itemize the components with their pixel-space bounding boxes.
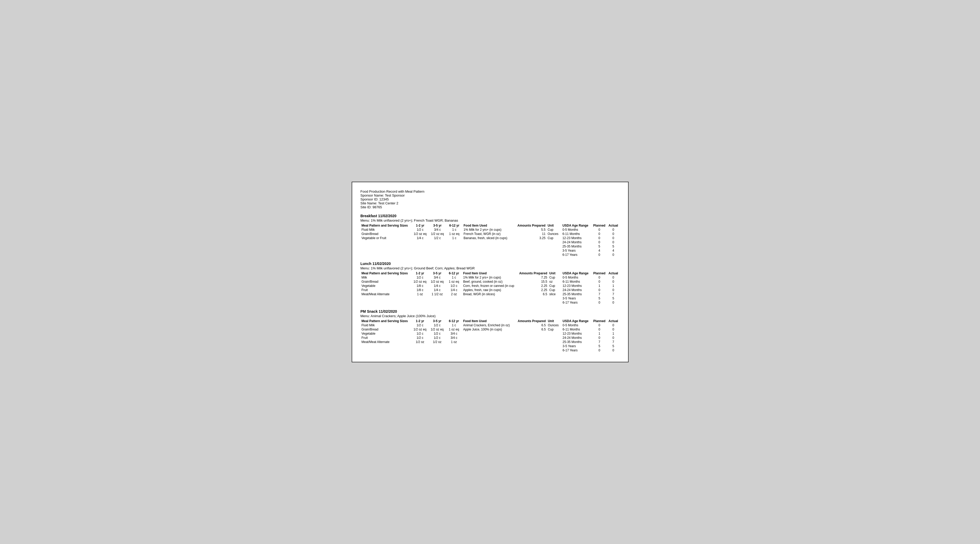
- table-cell: 0: [592, 279, 607, 284]
- table-cell: [446, 244, 463, 249]
- table-cell: 1 c: [446, 275, 462, 279]
- th-yr6to12: 6-12 yr: [446, 271, 462, 275]
- table-row: 3-5 Years44: [361, 249, 620, 253]
- table-cell: [429, 244, 446, 249]
- table-cell: [361, 253, 412, 257]
- table-cell: 12-23 Months: [562, 236, 592, 240]
- table-cell: Bread, WGR (in slices): [462, 292, 518, 296]
- table-cell: 1/4 c: [428, 284, 446, 288]
- table-cell: [547, 340, 562, 344]
- table-cell: 7.25: [518, 275, 548, 279]
- table-cell: 3-5 Years: [562, 344, 592, 348]
- table-cell: [429, 249, 446, 253]
- table-row: Fluid Milk1/2 c3/4 c1 c1% Milk for 2 yrs…: [361, 228, 620, 232]
- table-cell: [517, 348, 547, 352]
- table-row: 25-35 Months55: [361, 244, 620, 249]
- table-cell: 6-11 Months: [562, 232, 592, 236]
- table-cell: [462, 296, 518, 300]
- table-cell: [428, 344, 446, 348]
- table-cell: 1 oz: [412, 292, 429, 296]
- table-cell: 24-24 Months: [562, 336, 592, 340]
- table-cell: [429, 240, 446, 244]
- table-cell: [428, 300, 446, 305]
- table-cell: 0: [607, 348, 619, 352]
- th-amounts: Amounts Prepared: [517, 224, 547, 228]
- th-unit: Unit: [548, 271, 562, 275]
- table-cell: 5: [592, 344, 607, 348]
- table-cell: [517, 344, 547, 348]
- table-cell: 0: [592, 327, 607, 331]
- th-yr1to2: 1-2 yr: [412, 319, 429, 323]
- table-cell: 5: [607, 244, 619, 249]
- table-cell: 1/2 oz eq: [428, 327, 446, 331]
- table-cell: 1/2 c: [412, 336, 429, 340]
- table-cell: [517, 331, 547, 336]
- table-cell: Ounces: [547, 323, 562, 327]
- th-unit: Unit: [547, 224, 562, 228]
- table-cell: 0: [592, 236, 607, 240]
- table-cell: 0: [607, 323, 619, 327]
- table-cell: 0-5 Months: [562, 323, 592, 327]
- table-cell: 1/4 c: [428, 288, 446, 292]
- table-cell: 1 oz: [446, 340, 462, 344]
- table-cell: [463, 244, 516, 249]
- table-cell: 7: [607, 340, 619, 344]
- table-cell: 1 c: [446, 323, 462, 327]
- table-cell: 6.5: [517, 323, 547, 327]
- table-cell: Beef, ground, cooked (in oz): [462, 279, 518, 284]
- table-cell: [361, 296, 412, 300]
- table-cell: 1/2 c: [429, 236, 446, 240]
- table-cell: 0: [592, 300, 607, 305]
- table-cell: Apple Juice, 100% (in cups): [462, 327, 517, 331]
- table-cell: Cup: [547, 236, 562, 240]
- table-cell: Cup: [547, 327, 562, 331]
- table-cell: 1/4 c: [446, 288, 462, 292]
- th-unit: Unit: [547, 319, 562, 323]
- table-cell: 0: [607, 253, 619, 257]
- table-cell: [462, 348, 517, 352]
- table-cell: Fluid Milk: [361, 228, 412, 232]
- table-cell: Vegetable: [361, 331, 412, 336]
- table-cell: 0: [607, 240, 619, 244]
- site-name: Site Name: Test Center 2: [361, 201, 620, 205]
- table-cell: [463, 240, 516, 244]
- table-cell: 0: [592, 232, 607, 236]
- table-cell: 1/2 c: [446, 284, 462, 288]
- table-cell: 3/4 c: [428, 275, 446, 279]
- table-cell: 1 c: [446, 228, 463, 232]
- th-usda_range: USDA Age Range: [562, 224, 592, 228]
- table-cell: 24-24 Months: [562, 240, 592, 244]
- section-title-breakfast: Breakfast 11/02/2020: [361, 214, 620, 218]
- th-usda_range: USDA Age Range: [562, 271, 592, 275]
- table-cell: [412, 249, 429, 253]
- table-cell: 1% Milk for 2 yrs+ (in cups): [462, 275, 518, 279]
- th-amounts: Amounts Prepared: [518, 271, 548, 275]
- table-cell: Fruit: [361, 288, 412, 292]
- table-cell: 3.25: [517, 236, 547, 240]
- table-cell: 1/8 c: [412, 284, 429, 288]
- th-yr3to5: 3-5 yr: [428, 271, 446, 275]
- table-cell: 3-5 Years: [562, 296, 592, 300]
- table-cell: 1/2 c: [412, 331, 429, 336]
- table-cell: 7: [607, 292, 619, 296]
- table-cell: 1 c: [446, 236, 463, 240]
- table-cell: Apples, fresh, raw (in cups): [462, 288, 518, 292]
- sections-container: Breakfast 11/02/2020Menu: 1% Milk unflav…: [361, 214, 620, 352]
- table-cell: 3/4 c: [446, 331, 462, 336]
- table-cell: [412, 344, 429, 348]
- table-cell: 1 oz eq: [446, 327, 462, 331]
- table-row: 24-24 Months00: [361, 240, 620, 244]
- table-cell: Ounces: [547, 232, 562, 236]
- header-block: Food Production Record with Meal Pattern…: [361, 190, 620, 209]
- table-cell: 0: [607, 288, 619, 292]
- th-meal_pattern: Meal Pattern and Serving Sizes: [361, 319, 412, 323]
- table-cell: 0: [592, 253, 607, 257]
- th-yr1to2: 1-2 yr: [412, 271, 429, 275]
- table-cell: 3/4 c: [446, 336, 462, 340]
- table-cell: 1 1/2 oz: [428, 292, 446, 296]
- table-cell: [412, 240, 429, 244]
- table-row: Milk1/2 c3/4 c1 c1% Milk for 2 yrs+ (in …: [361, 275, 620, 279]
- table-cell: Corn, fresh, frozen or canned (in cup: [462, 284, 518, 288]
- table-cell: 1/2 oz: [412, 340, 429, 344]
- table-cell: [547, 348, 562, 352]
